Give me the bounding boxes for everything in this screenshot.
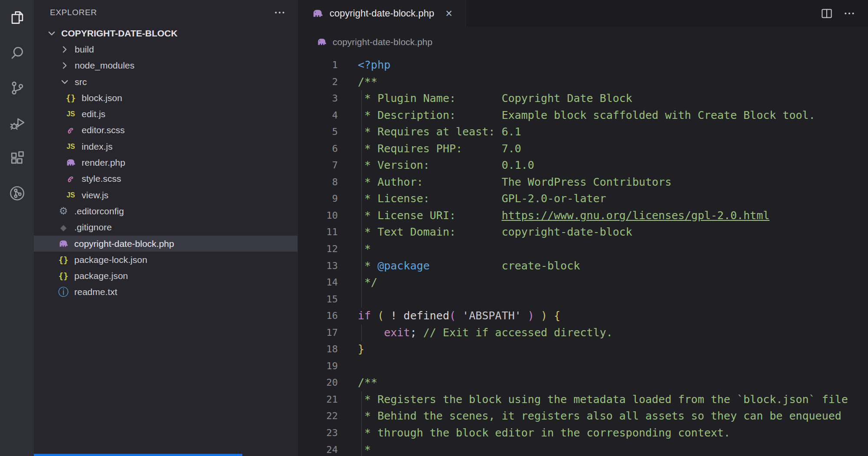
extensions-icon[interactable] [0, 141, 34, 176]
tree-item-src[interactable]: src [34, 74, 297, 90]
php-elephant-icon [317, 37, 327, 47]
search-icon[interactable] [0, 35, 34, 70]
code-line-content[interactable]: * License URI: https://www.gnu.org/licen… [338, 207, 769, 224]
tree-item-label: block.json [82, 93, 122, 103]
tree-item-label: .editorconfig [74, 206, 124, 217]
line-number: 22 [298, 408, 338, 425]
tree-item-node-modules[interactable]: node_modules [34, 58, 297, 74]
code-line-content[interactable]: * Registers the block using the metadata… [338, 391, 848, 408]
explorer-more-actions-icon[interactable] [274, 7, 285, 18]
tree-item--gitignore[interactable]: ◆.gitignore [34, 220, 297, 236]
line-number: 4 [298, 107, 338, 124]
code-line-content[interactable]: * Behind the scenes, it registers also a… [338, 408, 842, 425]
editor-actions [819, 0, 868, 27]
code-line-content[interactable]: * Author: The WordPress Contributors [338, 174, 671, 191]
tree-item-edit-js[interactable]: JSedit.js [34, 106, 297, 122]
explorer-files-icon[interactable] [0, 0, 34, 35]
code-line-content[interactable]: * Version: 0.1.0 [338, 157, 534, 174]
tree-item-style-scss[interactable]: style.scss [34, 171, 297, 187]
code-line-content[interactable]: * @package create-block [338, 258, 580, 275]
tree-item-package-lock-json[interactable]: {}package-lock.json [34, 252, 297, 268]
tree-item-label: style.scss [82, 174, 121, 184]
code-token: // Exit if accessed directly. [423, 326, 613, 339]
code-token: exit [384, 326, 410, 339]
tree-item-label: .gitignore [74, 222, 112, 233]
breadcrumb-file-label: copyright-date-block.php [333, 37, 432, 47]
javascript-icon: JS [66, 110, 75, 118]
code-line-content[interactable]: * [338, 442, 371, 456]
line-number: 8 [298, 174, 338, 191]
vscode-window: { "activity_bar": { "icons": [ {"name": … [0, 0, 868, 456]
code-line-content[interactable]: * Text Domain: copyright-date-block [338, 224, 632, 241]
tab-copyright-date-block-php[interactable]: copyright-date-block.php × [298, 0, 466, 27]
breadcrumb[interactable]: copyright-date-block.php [298, 27, 868, 57]
code-token: * Requires PHP: 7.0 [358, 142, 521, 155]
code-line-content[interactable]: if ( ! defined( 'ABSPATH' ) ) { [338, 308, 561, 325]
code-line-content[interactable]: } [338, 341, 364, 358]
php-elephant-icon [66, 157, 76, 168]
tree-item-copyright-date-block-php[interactable]: copyright-date-block.php [34, 236, 297, 252]
activity-bar [0, 0, 34, 456]
code-token: * Version: 0.1.0 [358, 159, 534, 171]
file-tree: COPYRIGHT-DATE-BLOCKbuildnode_modulessrc… [34, 25, 297, 300]
code-line-content[interactable]: * Description: Example block scaffolded … [338, 107, 815, 124]
code-token: create-block [430, 259, 580, 272]
code-line-content[interactable]: * [338, 241, 371, 258]
code-line-content[interactable] [338, 291, 358, 308]
code-line-7: 7 * Version: 0.1.0 [298, 157, 868, 174]
tree-item-label: package.json [74, 271, 128, 281]
code-token: * Registers the block using the metadata… [358, 393, 848, 406]
tree-item-readme-txt[interactable]: ⓘreadme.txt [34, 284, 297, 300]
sidebar-title: EXPLORER [50, 8, 97, 17]
line-number: 19 [298, 358, 338, 375]
code-line-content[interactable]: /** [338, 374, 377, 391]
code-token: * Behind the scenes, it registers also a… [358, 410, 842, 422]
code-line-content[interactable]: * License: GPL-2.0-or-later [338, 190, 606, 207]
tree-item-build[interactable]: build [34, 41, 297, 57]
code-line-content[interactable]: * Requires PHP: 7.0 [338, 141, 521, 157]
code-line-content[interactable]: * Plugin Name: Copyright Date Block [338, 90, 632, 107]
line-number: 21 [298, 391, 338, 408]
code-line-content[interactable]: exit; // Exit if accessed directly. [338, 325, 613, 341]
code-line-content[interactable]: <?php [338, 57, 390, 74]
editor-more-actions-icon[interactable] [842, 6, 857, 21]
code-line-content[interactable]: * through the block editor in the corres… [338, 425, 730, 442]
code-line-content[interactable] [338, 358, 358, 375]
tree-item-label: package-lock.json [74, 255, 147, 265]
code-token: * Description: Example block scaffolded … [358, 109, 815, 121]
code-line-17: 17 exit; // Exit if accessed directly. [298, 325, 868, 341]
line-number: 15 [298, 291, 338, 308]
line-number: 18 [298, 341, 338, 358]
line-number: 12 [298, 241, 338, 258]
code-line-content[interactable]: /** [338, 74, 377, 91]
code-token: * [358, 259, 377, 272]
commit-graph-icon[interactable] [0, 176, 34, 211]
code-line-15: 15 [298, 291, 868, 308]
tree-item-index-js[interactable]: JSindex.js [34, 138, 297, 154]
tree-item-copyright-date-block[interactable]: COPYRIGHT-DATE-BLOCK [34, 25, 297, 41]
code-line-content[interactable]: */ [338, 274, 377, 291]
gear-icon: ⚙ [59, 206, 68, 216]
code-line-14: 14 */ [298, 274, 868, 291]
line-number: 10 [298, 207, 338, 224]
line-number: 3 [298, 90, 338, 107]
sass-icon [66, 125, 76, 135]
split-editor-icon[interactable] [819, 6, 834, 21]
tree-item-editor-scss[interactable]: editor.scss [34, 122, 297, 138]
code-line-content[interactable]: * Requires at least: 6.1 [338, 124, 521, 141]
tree-item-package-json[interactable]: {}package.json [34, 268, 297, 284]
run-debug-icon[interactable] [0, 105, 34, 141]
code-editor[interactable]: 1<?php2/**3 * Plugin Name: Copyright Dat… [298, 57, 868, 456]
code-token: @package [377, 259, 429, 272]
info-icon: ⓘ [58, 287, 69, 297]
code-line-4: 4 * Description: Example block scaffolde… [298, 107, 868, 124]
tree-item-render-php[interactable]: render.php [34, 154, 297, 171]
tree-item--editorconfig[interactable]: ⚙.editorconfig [34, 203, 297, 219]
tab-close-icon[interactable]: × [446, 8, 452, 20]
code-token: { [548, 309, 561, 322]
code-line-23: 23 * through the block editor in the cor… [298, 425, 868, 442]
source-control-icon[interactable] [0, 70, 34, 105]
tree-item-label: edit.js [82, 109, 106, 119]
tree-item-view-js[interactable]: JSview.js [34, 187, 297, 203]
tree-item-block-json[interactable]: {}block.json [34, 90, 297, 106]
